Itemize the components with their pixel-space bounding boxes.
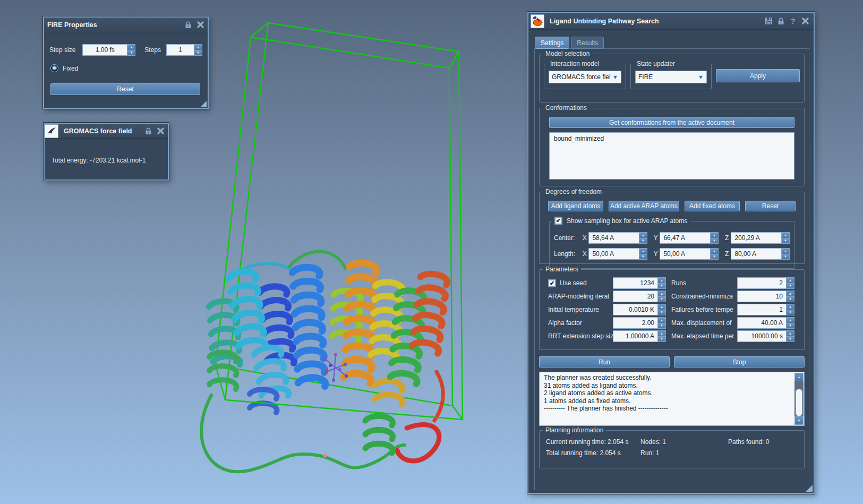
log-output[interactable]: The planner was created successfully. 31… (539, 372, 805, 426)
length-y-value[interactable]: 50,00 A (660, 248, 710, 260)
arap-iterations-value[interactable]: 20 (613, 291, 657, 302)
interaction-model-select[interactable]: GROMACS force fiel ▼ (549, 71, 621, 83)
fire-titlebar[interactable]: FIRE Properties (44, 18, 208, 32)
add-active-arap-atoms-button[interactable]: Add active ARAP atoms (609, 201, 679, 211)
failures-before-value[interactable]: 1 (737, 304, 786, 315)
close-icon[interactable] (196, 21, 204, 29)
tab-results[interactable]: Results (571, 37, 604, 49)
fixed-radio[interactable] (50, 64, 58, 72)
runs-stepper[interactable]: 2 ▲▼ (737, 277, 794, 289)
scroll-down-button[interactable]: ▼ (794, 416, 804, 425)
scroll-up-button[interactable]: ▲ (794, 373, 804, 381)
center-x-value[interactable]: 58,64 A (588, 232, 639, 244)
down-button[interactable]: ▼ (657, 323, 666, 329)
constrained-minimization-value[interactable]: 10 (737, 291, 786, 302)
step-size-value[interactable]: 1,00 fs (82, 44, 127, 56)
length-y-stepper[interactable]: 50,00 A ▲▼ (660, 248, 719, 260)
run-button[interactable]: Run (539, 356, 670, 368)
down-button[interactable]: ▼ (786, 296, 794, 303)
down-button[interactable]: ▼ (786, 336, 794, 343)
down-button[interactable]: ▼ (786, 323, 794, 329)
up-button[interactable]: ▲ (781, 232, 790, 238)
lock-icon[interactable] (776, 17, 785, 25)
resize-grip[interactable] (201, 101, 207, 107)
add-ligand-atoms-button[interactable]: Add ligand atoms (548, 201, 603, 211)
up-button[interactable]: ▲ (639, 232, 647, 238)
max-elapsed-time-value[interactable]: 10000.00 s (737, 330, 786, 342)
alpha-factor-stepper[interactable]: 2.00 ▲▼ (613, 317, 666, 329)
list-item[interactable]: bound_minimized (554, 135, 790, 142)
center-y-stepper[interactable]: 66,47 A ▲▼ (660, 232, 719, 244)
length-x-stepper[interactable]: 50,00 A ▲▼ (588, 248, 647, 260)
scroll-thumb[interactable] (796, 389, 802, 416)
ligand-titlebar[interactable]: Ligand Unbinding Pathway Search ? (528, 13, 814, 30)
resize-grip[interactable] (806, 485, 813, 492)
center-y-value[interactable]: 66,47 A (660, 232, 710, 244)
steps-down-button[interactable]: ▼ (194, 50, 202, 56)
dof-reset-button[interactable]: Reset (745, 201, 796, 211)
steps-stepper[interactable]: 1 ▲▼ (166, 44, 202, 56)
up-button[interactable]: ▲ (781, 248, 790, 254)
show-sampling-box-checkbox[interactable]: ✔ (554, 217, 562, 225)
down-button[interactable]: ▼ (781, 254, 790, 260)
add-fixed-atoms-button[interactable]: Add fixed atoms (685, 201, 740, 211)
center-z-value[interactable]: 200,29 A (731, 232, 781, 244)
down-button[interactable]: ▼ (786, 283, 794, 289)
tab-settings[interactable]: Settings (535, 37, 569, 49)
down-button[interactable]: ▼ (657, 283, 666, 289)
up-button[interactable]: ▲ (657, 304, 666, 310)
up-button[interactable]: ▲ (657, 330, 666, 336)
max-displacement-stepper[interactable]: 40.00 A ▲▼ (737, 317, 794, 329)
up-button[interactable]: ▲ (657, 317, 666, 323)
steps-value[interactable]: 1 (166, 44, 194, 56)
length-z-stepper[interactable]: 80,00 A ▲▼ (731, 248, 790, 260)
center-z-stepper[interactable]: 200,29 A ▲▼ (731, 232, 790, 244)
length-z-value[interactable]: 80,00 A (731, 248, 781, 260)
state-updater-select[interactable]: FIRE ▼ (635, 71, 707, 83)
max-elapsed-time-stepper[interactable]: 10000.00 s ▲▼ (737, 330, 794, 342)
reset-button[interactable]: Reset (50, 83, 200, 95)
down-button[interactable]: ▼ (781, 238, 790, 244)
step-size-stepper[interactable]: 1,00 fs ▲▼ (82, 44, 135, 56)
apply-button[interactable]: Apply (716, 69, 800, 82)
down-button[interactable]: ▼ (639, 238, 647, 244)
help-icon[interactable]: ? (789, 17, 797, 25)
save-icon[interactable] (764, 17, 773, 25)
up-button[interactable]: ▲ (786, 317, 794, 323)
stop-button[interactable]: Stop (674, 356, 805, 368)
down-button[interactable]: ▼ (786, 310, 794, 316)
use-seed-checkbox[interactable]: ✔ (548, 279, 556, 287)
initial-temperature-value[interactable]: 0.0010 K (613, 304, 657, 315)
up-button[interactable]: ▲ (710, 248, 719, 254)
length-x-value[interactable]: 50,00 A (588, 248, 639, 260)
down-button[interactable]: ▼ (657, 296, 666, 303)
up-button[interactable]: ▲ (657, 277, 666, 283)
down-button[interactable]: ▼ (639, 254, 647, 260)
scroll-track[interactable] (794, 381, 804, 416)
runs-value[interactable]: 2 (737, 277, 786, 289)
seed-stepper[interactable]: 1234 ▲▼ (613, 277, 666, 289)
max-displacement-value[interactable]: 40.00 A (737, 317, 786, 329)
up-button[interactable]: ▲ (786, 291, 794, 296)
conformations-list[interactable]: bound_minimized (549, 132, 794, 180)
up-button[interactable]: ▲ (639, 248, 647, 254)
up-button[interactable]: ▲ (657, 291, 666, 296)
up-button[interactable]: ▲ (786, 304, 794, 310)
rrt-step-size-value[interactable]: 1.00000 A (613, 330, 657, 342)
steps-up-button[interactable]: ▲ (194, 44, 202, 50)
initial-temperature-stepper[interactable]: 0.0010 K ▲▼ (613, 304, 666, 315)
close-icon[interactable] (156, 127, 165, 135)
close-icon[interactable] (801, 17, 809, 25)
down-button[interactable]: ▼ (657, 310, 666, 316)
down-button[interactable]: ▼ (657, 336, 666, 343)
rrt-step-size-stepper[interactable]: 1.00000 A ▲▼ (613, 330, 666, 342)
gromacs-titlebar[interactable]: GROMACS force field (45, 124, 168, 139)
down-button[interactable]: ▼ (710, 238, 719, 244)
lock-icon[interactable] (184, 21, 192, 29)
log-scrollbar[interactable]: ▲ ▼ (794, 373, 804, 425)
up-button[interactable]: ▲ (786, 277, 794, 283)
step-size-down-button[interactable]: ▼ (127, 50, 135, 56)
seed-value[interactable]: 1234 (613, 277, 657, 289)
up-button[interactable]: ▲ (710, 232, 719, 238)
alpha-factor-value[interactable]: 2.00 (613, 317, 657, 329)
